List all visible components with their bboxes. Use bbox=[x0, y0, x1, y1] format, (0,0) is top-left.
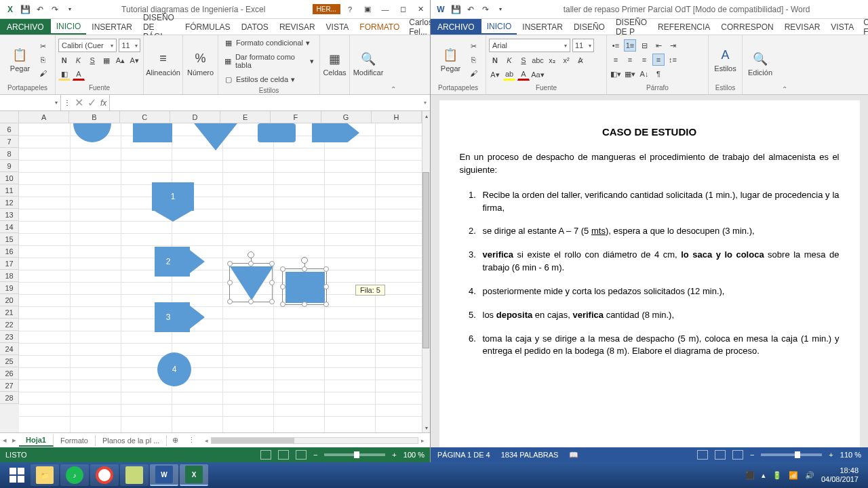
sheet-tab-planos[interactable]: Planos de la pl ... bbox=[96, 435, 167, 446]
selected-shape-triangle[interactable] bbox=[229, 263, 273, 302]
shape-triangle[interactable] bbox=[194, 123, 237, 150]
format-painter-icon[interactable]: 🖌 bbox=[37, 67, 49, 79]
format-painter-icon[interactable]: 🖌 bbox=[467, 67, 479, 79]
row-header[interactable]: 18 bbox=[0, 270, 19, 282]
font-name-select[interactable]: Arial▾ bbox=[489, 39, 570, 52]
undo-icon[interactable]: ↶ bbox=[465, 3, 477, 16]
chrome-icon[interactable] bbox=[90, 464, 119, 486]
borders-button[interactable]: ▦▾ bbox=[624, 68, 636, 80]
qat-more-icon[interactable]: ▾ bbox=[64, 3, 76, 16]
shading-button[interactable]: ◧▾ bbox=[610, 68, 622, 80]
row-header[interactable]: 22 bbox=[0, 319, 19, 331]
show-marks-button[interactable]: ¶ bbox=[652, 68, 665, 80]
col-header[interactable]: H bbox=[372, 111, 422, 123]
font-size-select[interactable]: 11▾ bbox=[572, 39, 594, 52]
shape-labeled-2[interactable]: 2 bbox=[155, 247, 190, 277]
italic-button[interactable]: K bbox=[503, 54, 515, 66]
tab-mailings[interactable]: CORRESPON bbox=[715, 19, 778, 35]
fill-color-button[interactable]: ◧ bbox=[58, 68, 71, 81]
save-icon[interactable]: 💾 bbox=[19, 3, 31, 16]
ribbon-display-button[interactable]: ▣ bbox=[361, 3, 374, 16]
cell-styles-button[interactable]: ▢Estilos de celda ▾ bbox=[221, 73, 298, 85]
tab-format[interactable]: FORMATO bbox=[354, 19, 405, 35]
tab-home[interactable]: INICIO bbox=[51, 19, 87, 35]
redo-icon[interactable]: ↷ bbox=[479, 3, 492, 16]
shape-labeled-3[interactable]: 3 bbox=[155, 302, 190, 332]
row-header[interactable]: 26 bbox=[0, 367, 19, 380]
line-spacing-button[interactable]: ↕≡ bbox=[667, 54, 679, 66]
formula-more-icon[interactable]: ⋮ bbox=[64, 99, 71, 106]
row-header[interactable]: 11 bbox=[0, 184, 19, 197]
tab-layout[interactable]: DISEÑO DE P bbox=[610, 19, 652, 35]
paste-button[interactable]: 📋Pegar bbox=[437, 44, 465, 75]
tab-view[interactable]: VISTA bbox=[321, 19, 355, 35]
tray-show-hidden-icon[interactable]: ▴ bbox=[762, 471, 766, 480]
wifi-icon[interactable]: 📶 bbox=[789, 471, 798, 480]
col-header[interactable]: E bbox=[220, 111, 271, 123]
cancel-formula-icon[interactable]: ✕ bbox=[75, 96, 83, 109]
row-header[interactable]: 21 bbox=[0, 306, 19, 319]
col-header[interactable]: B bbox=[69, 111, 119, 123]
row-header[interactable]: 12 bbox=[0, 197, 19, 209]
align-left-button[interactable]: ≡ bbox=[610, 54, 622, 66]
tab-data[interactable]: DATOS bbox=[236, 19, 274, 35]
decrease-indent-icon[interactable]: ⇤ bbox=[652, 39, 665, 52]
account-name[interactable]: Carlos Fel... bbox=[859, 19, 868, 35]
text-effects-button[interactable]: A▾ bbox=[489, 68, 501, 81]
tray-app-icon[interactable]: ⬛ bbox=[745, 471, 755, 480]
bold-button[interactable]: N bbox=[58, 54, 71, 66]
select-all-corner[interactable] bbox=[0, 111, 19, 123]
zoom-out-button[interactable]: − bbox=[750, 451, 754, 459]
fx-icon[interactable]: fx bbox=[100, 98, 106, 108]
row-header[interactable]: 14 bbox=[0, 221, 19, 233]
border-button[interactable]: ▦ bbox=[100, 54, 113, 66]
font-color-button[interactable]: A bbox=[517, 68, 530, 81]
close-button[interactable]: ✕ bbox=[414, 3, 427, 16]
print-layout-icon[interactable] bbox=[715, 450, 726, 460]
tab-insert[interactable]: INSERTAR bbox=[86, 19, 138, 35]
row-header[interactable]: 20 bbox=[0, 294, 19, 306]
file-explorer-icon[interactable]: 📁 bbox=[31, 464, 59, 486]
shape-labeled-4[interactable]: 4 bbox=[157, 352, 191, 386]
sticky-notes-icon[interactable] bbox=[120, 464, 149, 486]
clock[interactable]: 18:48 04/08/2017 bbox=[821, 466, 859, 484]
battery-icon[interactable]: 🔋 bbox=[772, 471, 782, 480]
col-header[interactable]: D bbox=[170, 111, 220, 123]
page-layout-view-icon[interactable] bbox=[278, 450, 289, 460]
spellcheck-icon[interactable]: 📖 bbox=[569, 451, 578, 460]
underline-button[interactable]: S bbox=[86, 54, 98, 66]
align-right-button[interactable]: ≡ bbox=[638, 54, 650, 66]
document-area[interactable]: CASO DE ESTUDIO En un proceso de despach… bbox=[431, 95, 868, 462]
tab-review[interactable]: REVISAR bbox=[779, 19, 826, 35]
multilevel-list-button[interactable]: ⊟ bbox=[638, 39, 650, 52]
hscroll-left-icon[interactable]: ◂ bbox=[205, 437, 208, 444]
tab-view[interactable]: VISTA bbox=[825, 19, 859, 35]
cells-button[interactable]: ▦Celdas bbox=[319, 48, 350, 79]
tab-home[interactable]: INICIO bbox=[481, 19, 517, 35]
number-format-button[interactable]: %Número bbox=[183, 48, 218, 79]
taskbar-word-icon[interactable]: W bbox=[150, 464, 178, 486]
web-layout-icon[interactable] bbox=[732, 450, 743, 460]
zoom-slider[interactable] bbox=[761, 453, 822, 456]
col-header[interactable]: F bbox=[271, 111, 321, 123]
scroll-up-icon[interactable]: ▴ bbox=[422, 111, 430, 121]
scroll-down-icon[interactable]: ▾ bbox=[422, 423, 430, 432]
minimize-button[interactable]: — bbox=[378, 3, 392, 16]
tab-review[interactable]: REVISAR bbox=[274, 19, 321, 35]
align-center-button[interactable]: ≡ bbox=[624, 54, 636, 66]
row-header[interactable]: 19 bbox=[0, 282, 19, 294]
row-header[interactable]: 27 bbox=[0, 380, 19, 392]
shape-labeled-1[interactable]: 1 bbox=[152, 182, 194, 211]
tab-insert[interactable]: INSERTAR bbox=[517, 19, 568, 35]
qat-more-icon[interactable]: ▾ bbox=[494, 3, 507, 16]
styles-button[interactable]: AEstilos bbox=[710, 44, 740, 75]
increase-indent-icon[interactable]: ⇥ bbox=[667, 39, 679, 52]
rotate-handle[interactable] bbox=[248, 251, 254, 258]
read-mode-icon[interactable] bbox=[697, 450, 708, 460]
highlight-button[interactable]: ab bbox=[503, 68, 515, 81]
add-sheet-button[interactable]: ⊕ bbox=[167, 436, 184, 445]
zoom-level[interactable]: 100 % bbox=[403, 451, 425, 459]
row-header[interactable]: 15 bbox=[0, 233, 19, 245]
redo-icon[interactable]: ↷ bbox=[49, 3, 61, 16]
bullets-button[interactable]: •≡ bbox=[610, 39, 622, 52]
